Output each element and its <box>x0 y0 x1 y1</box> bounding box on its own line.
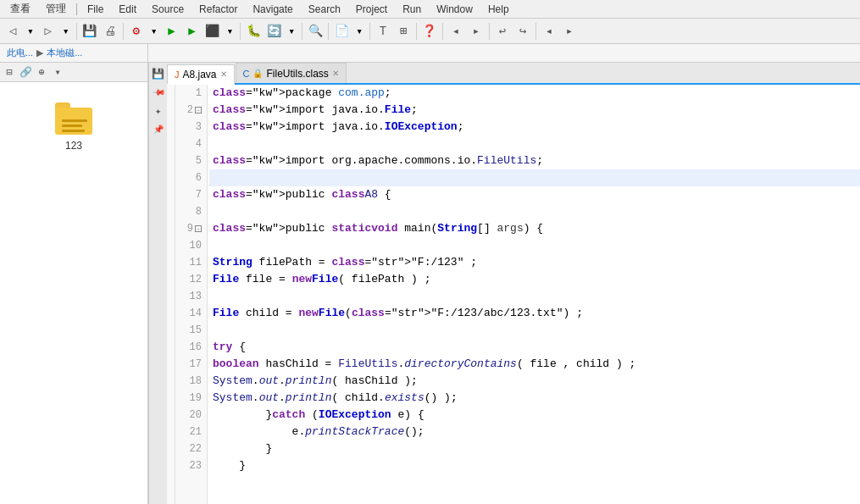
toolbar-redo[interactable]: ↪ <box>513 22 532 41</box>
gutter-line-12 <box>167 271 175 288</box>
gutter-line-13 <box>167 288 175 305</box>
menu-search[interactable]: Search <box>302 2 347 17</box>
sep10 <box>535 23 536 40</box>
tab-close-fileutils[interactable]: ✕ <box>332 69 339 78</box>
sidebar-toolbar: ⊟ 🔗 ⊕ ▾ <box>0 63 147 82</box>
toolbar-prev2[interactable]: ◂ <box>540 22 558 41</box>
sidebar-icon-star[interactable]: ✦ <box>151 103 166 119</box>
code-line-9: class="kw">public static void main(Strin… <box>209 220 860 237</box>
collapse-dot-2[interactable]: - <box>195 107 202 114</box>
tab-a8java[interactable]: J A8.java ✕ <box>167 64 235 85</box>
menu-edit[interactable]: Edit <box>112 2 143 17</box>
sidebar-menu[interactable]: ▾ <box>50 64 65 80</box>
toolbar-forward[interactable]: ▷ <box>39 22 58 41</box>
toolbar-open-type[interactable]: T <box>374 22 392 41</box>
line-num-18: 18 <box>175 373 207 390</box>
sidebar-icon-save[interactable]: 💾 <box>151 66 166 81</box>
toolbar-run-dropdown[interactable]: ▾ <box>223 23 236 40</box>
gutter-line-7 <box>167 186 175 203</box>
toolbar-debug-dropdown[interactable]: ▾ <box>285 23 298 40</box>
menu-file[interactable]: File <box>80 2 110 17</box>
code-line-10 <box>209 237 860 254</box>
code-line-11: String filePath = class="str">"F:/123" ; <box>209 254 860 271</box>
sep6 <box>369 23 370 40</box>
menu-view[interactable]: 查看 <box>3 0 37 18</box>
sidebar-link[interactable]: 🔗 <box>18 64 33 80</box>
tab-close-a8java[interactable]: ✕ <box>220 69 227 79</box>
line-num-11: 11 <box>175 254 207 271</box>
tab-fileutils[interactable]: C 🔒 FileUtils.class ✕ <box>236 63 347 83</box>
line-gutter: 12-3456789-1011121314151617181920212223 <box>167 85 209 504</box>
toolbar-build-dropdown[interactable]: ▾ <box>147 23 161 40</box>
sep2 <box>123 23 124 40</box>
toolbar-search[interactable]: 🔍 <box>306 22 325 41</box>
code-content[interactable]: class="kw">package com.app;class="kw">im… <box>209 85 860 504</box>
sidebar-filter[interactable]: ⊕ <box>34 64 49 80</box>
menu-run[interactable]: Run <box>396 2 428 17</box>
gutter-line-8 <box>167 203 175 220</box>
breadcrumb-part1[interactable]: 此电... <box>7 47 33 59</box>
code-line-15 <box>209 322 860 339</box>
toolbar-debug[interactable]: 🐛 <box>244 22 263 41</box>
collapse-dot-9[interactable]: - <box>195 225 202 232</box>
toolbar-prev[interactable]: ◂ <box>447 22 465 41</box>
menu-manage[interactable]: 管理 <box>39 0 73 18</box>
line-num-16: 16 <box>175 339 207 356</box>
line-num-12: 12 <box>175 271 207 288</box>
code-line-2: class="kw">import java.io.File; <box>209 102 860 119</box>
code-line-20: }catch (IOException e) { <box>209 407 860 424</box>
code-line-4 <box>209 136 860 152</box>
toolbar-back[interactable]: ◁ <box>3 22 22 41</box>
toolbar-run[interactable]: ▶ <box>162 22 180 41</box>
gutter <box>167 85 175 504</box>
line-num-3: 3 <box>175 119 207 136</box>
menubar: 查看 管理 File Edit Source Refactor Navigate… <box>0 0 860 19</box>
code-line-5: class="kw">import org.apache.commons.io.… <box>209 152 860 169</box>
sep5 <box>328 23 329 40</box>
gutter-line-3 <box>167 119 175 136</box>
line-num-9: 9- <box>175 220 207 237</box>
code-editor[interactable]: 12-3456789-1011121314151617181920212223 … <box>167 85 860 504</box>
toolbar-back-dropdown[interactable]: ▾ <box>24 23 37 40</box>
toolbar-build[interactable]: ⚙ <box>127 22 146 41</box>
menu-source[interactable]: Source <box>145 2 191 17</box>
tab-icon-lock: 🔒 <box>252 69 263 78</box>
toolbar-debug2[interactable]: 🔄 <box>264 22 283 41</box>
menu-navigate[interactable]: Navigate <box>246 2 299 17</box>
toolbar-save[interactable]: 💾 <box>80 22 99 41</box>
line-num-4: 4 <box>175 136 207 152</box>
line-numbers: 12-3456789-1011121314151617181920212223 <box>175 85 208 504</box>
menu-project[interactable]: Project <box>349 2 394 17</box>
sidebar-folder-item[interactable]: 123 <box>0 102 147 152</box>
toolbar-print[interactable]: 🖨 <box>101 22 119 41</box>
toolbar-perspective[interactable]: ⊞ <box>394 22 413 41</box>
sep1 <box>76 23 77 40</box>
line-num-5: 5 <box>175 152 207 169</box>
toolbar-new[interactable]: 📄 <box>332 22 351 41</box>
code-line-1: class="kw">package com.app; <box>209 85 860 102</box>
toolbar-new-dropdown[interactable]: ▾ <box>352 23 366 40</box>
menu-refactor[interactable]: Refactor <box>192 2 244 17</box>
breadcrumb-part2[interactable]: 本地磁... <box>47 47 82 59</box>
toolbar-undo[interactable]: ↩ <box>493 22 512 41</box>
toolbar-next2[interactable]: ▸ <box>560 22 579 41</box>
toolbar-next[interactable]: ▸ <box>467 22 485 41</box>
sidebar-icon-pin2[interactable]: 📌 <box>151 122 166 137</box>
breadcrumb-bar: 此电... ▶ 本地磁... <box>0 44 860 63</box>
code-line-12: File file = new File( filePath ) ; <box>209 271 860 288</box>
menu-help[interactable]: Help <box>481 2 516 17</box>
sidebar-collapse[interactable]: ⊟ <box>2 64 17 80</box>
toolbar-stop[interactable]: ⬛ <box>203 22 221 41</box>
line-num-17: 17 <box>175 356 207 373</box>
toolbar-run2[interactable]: ▶ <box>182 22 201 41</box>
sidebar-icons-strip: 💾 📌 ✦ 📌 <box>148 63 167 504</box>
toolbar-forward-dropdown[interactable]: ▾ <box>59 23 73 40</box>
gutter-line-15 <box>167 322 175 339</box>
menu-window[interactable]: Window <box>430 2 480 17</box>
line-num-2: 2- <box>175 102 207 119</box>
sep3 <box>240 23 241 40</box>
toolbar-help[interactable]: ❓ <box>420 22 439 41</box>
sidebar-icon-pin[interactable]: 📌 <box>147 81 169 102</box>
line-num-19: 19 <box>175 390 207 407</box>
sidebar-panel: ⊟ 🔗 ⊕ ▾ 123 <box>0 63 148 504</box>
